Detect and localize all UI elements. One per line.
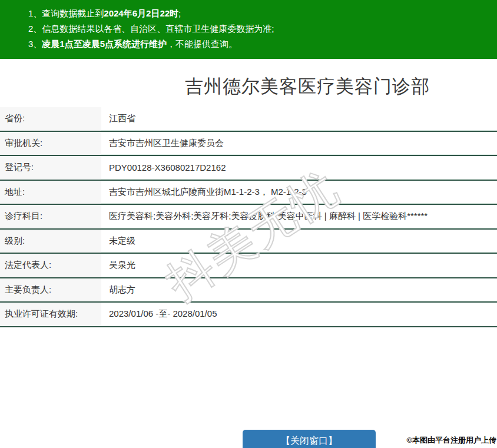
notice-text: 查询数据截止到 <box>42 8 104 18</box>
notice-line-2: 2、信息数据结果以各省、自治区、直辖市卫生健康委数据为准; <box>28 21 491 36</box>
row-label: 登记号: <box>0 156 101 180</box>
copyright-note: ©本图由平台注册用户上传 <box>406 435 496 446</box>
table-row-registration-number: 登记号: PDY00128-X36080217D2162 <box>0 156 497 181</box>
row-value: 2023/01/06 -至- 2028/01/05 <box>101 308 217 320</box>
row-label: 省份: <box>0 107 101 131</box>
row-value: 胡志方 <box>101 284 135 296</box>
table-row-main-person-in-charge: 主要负责人: 胡志方 <box>0 278 497 303</box>
notice-line-number: 2、 <box>28 24 42 34</box>
notice-text: ，不能提供查询。 <box>167 39 237 49</box>
row-value: 吉安市吉州区卫生健康委员会 <box>101 138 224 149</box>
row-label: 执业许可证有效期: <box>0 303 101 326</box>
row-value: 医疗美容科;美容外科;美容牙科;美容皮肤科;美容中医科 | 麻醉科 | 医学检验… <box>101 211 428 222</box>
row-value: 江西省 <box>101 113 135 124</box>
notice-text: 信息数据结果以各省、自治区、直辖市卫生健康委数据为准; <box>42 24 274 34</box>
close-window-button[interactable]: 【关闭窗口】 <box>243 430 376 448</box>
notice-text-bold: 凌晨1点至凌晨5点系统进行维护 <box>42 39 167 49</box>
notice-text-bold: 2024年6月2日22时 <box>104 8 178 18</box>
notice-line-number: 1、 <box>28 8 42 18</box>
row-label: 审批机关: <box>0 132 101 155</box>
table-row-approval-authority: 审批机关: 吉安市吉州区卫生健康委员会 <box>0 132 497 157</box>
row-label: 诊疗科目: <box>0 205 101 228</box>
notice-banner: 1、查询数据截止到2024年6月2日22时; 2、信息数据结果以各省、自治区、直… <box>0 0 497 59</box>
notice-line-number: 3、 <box>28 39 42 49</box>
table-row-province: 省份: 江西省 <box>0 107 497 132</box>
info-table: 省份: 江西省 审批机关: 吉安市吉州区卫生健康委员会 登记号: PDY0012… <box>0 107 497 327</box>
row-value: 吉安市吉州区城北庐陵商业街M1-1-2-3， M2-1-2-3 <box>101 187 307 198</box>
row-label: 地址: <box>0 181 101 204</box>
page-title: 吉州德尔美客医疗美容门诊部 <box>0 74 497 99</box>
notice-line-1: 1、查询数据截止到2024年6月2日22时; <box>28 6 491 21</box>
row-value: 吴泉光 <box>101 260 135 271</box>
table-row-level: 级别: 未定级 <box>0 230 497 254</box>
table-row-legal-representative: 法定代表人: 吴泉光 <box>0 254 497 278</box>
table-row-address: 地址: 吉安市吉州区城北庐陵商业街M1-1-2-3， M2-1-2-3 <box>0 181 497 205</box>
row-value: PDY00128-X36080217D2162 <box>101 162 226 172</box>
row-label: 主要负责人: <box>0 278 101 302</box>
row-label: 级别: <box>0 230 101 253</box>
row-value: 未定级 <box>101 235 135 247</box>
table-row-license-validity: 执业许可证有效期: 2023/01/06 -至- 2028/01/05 <box>0 303 497 327</box>
table-row-treatment-subjects: 诊疗科目: 医疗美容科;美容外科;美容牙科;美容皮肤科;美容中医科 | 麻醉科 … <box>0 205 497 230</box>
notice-line-3: 3、凌晨1点至凌晨5点系统进行维护，不能提供查询。 <box>28 36 491 52</box>
row-label: 法定代表人: <box>0 254 101 277</box>
notice-text: ; <box>178 8 181 18</box>
query-result-page: 1、查询数据截止到2024年6月2日22时; 2、信息数据结果以各省、自治区、直… <box>0 0 497 448</box>
